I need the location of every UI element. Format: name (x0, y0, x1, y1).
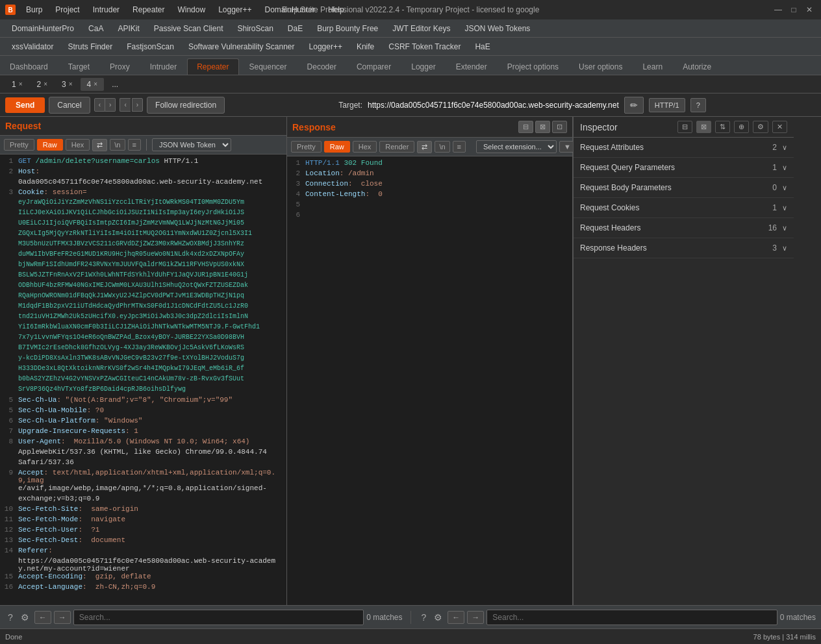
response-render-btn[interactable]: Render (379, 141, 414, 153)
inspector-row-response-headers[interactable]: Response Headers3∨ (574, 238, 794, 258)
inspector-view-btn-1[interactable]: ⊟ (677, 121, 692, 133)
response-view-btn-2[interactable]: ⊠ (535, 121, 550, 133)
rep-tab-close-3[interactable]: × (69, 80, 73, 88)
follow-redirect-button[interactable]: Follow redirection (147, 97, 225, 114)
bottom-settings-icon[interactable]: ⚙ (18, 611, 32, 624)
ext-btn-fastjsonscan[interactable]: FastjsonScan (120, 41, 181, 53)
ext-btn-xssvalidator[interactable]: xssValidator (5, 41, 60, 53)
response-format-btn[interactable]: ⇄ (417, 141, 432, 153)
nav-tab-logger[interactable]: Logger (401, 58, 445, 75)
http-version-button[interactable]: HTTP/1 (649, 98, 685, 112)
inspector-row-request-query-parameters[interactable]: Request Query Parameters1∨ (574, 158, 794, 178)
rep-tab-close-2[interactable]: × (44, 80, 47, 88)
ext-btn-jwt-editor-keys[interactable]: JWT Editor Keys (386, 23, 457, 34)
bottom-prev-btn[interactable]: ← (34, 611, 51, 624)
repeater-tab-1[interactable]: 1 × (5, 78, 29, 91)
bottom-help-icon[interactable]: ? (5, 611, 16, 624)
title-menu-logger++[interactable]: Logger++ (213, 4, 257, 16)
nav-tab-decoder[interactable]: Decoder (297, 58, 346, 75)
response-hex-btn[interactable]: Hex (353, 141, 377, 153)
minimize-button[interactable]: — (772, 3, 785, 16)
cancel-button[interactable]: Cancel (49, 97, 90, 114)
inspector-sort-btn[interactable]: ⇅ (715, 121, 730, 133)
response-newline-btn[interactable]: \n (435, 141, 449, 153)
request-body[interactable]: 1GET /admin/delete?username=carlos HTTP/… (0, 155, 286, 605)
bottom-prev-btn-right[interactable]: ← (448, 611, 464, 624)
title-menu-project[interactable]: Project (50, 4, 84, 16)
ext-btn-passive-scan-client[interactable]: Passive Scan Client (147, 23, 230, 34)
inspector-row-request-attributes[interactable]: Request Attributes2∨ (574, 138, 794, 158)
nav-tab-comparer[interactable]: Comparer (347, 58, 401, 75)
help-button[interactable]: ? (690, 98, 706, 112)
request-pretty-btn[interactable]: Pretty (4, 139, 34, 151)
ext-btn-json-web-tokens[interactable]: JSON Web Tokens (458, 23, 537, 34)
inspector-view-btn-2[interactable]: ⊠ (696, 121, 711, 133)
nav-tab-target[interactable]: Target (58, 58, 99, 75)
rep-tab-close-4[interactable]: × (94, 80, 97, 88)
inspector-row-request-body-parameters[interactable]: Request Body Parameters0∨ (574, 178, 794, 198)
inspector-settings-btn[interactable]: ⚙ (753, 121, 768, 133)
request-format-btn[interactable]: ⇄ (92, 139, 107, 151)
response-view-btn-3[interactable]: ⊡ (552, 121, 567, 133)
nav-next-button[interactable]: › (105, 98, 116, 112)
repeater-tab-4[interactable]: 4 × (81, 78, 105, 91)
repeater-tab-...[interactable]: ... (105, 78, 125, 91)
nav-tab-proxy[interactable]: Proxy (100, 58, 140, 75)
nav-tab-autorize[interactable]: Autorize (673, 58, 721, 75)
request-menu-btn[interactable]: ≡ (128, 139, 141, 151)
request-format-select[interactable]: JSON Web Token (152, 138, 231, 151)
maximize-button[interactable]: □ (787, 3, 800, 16)
response-format-select[interactable]: Select extension... (476, 140, 557, 153)
ext-btn-burp-bounty-free[interactable]: Burp Bounty Free (310, 23, 385, 34)
response-body[interactable]: 1HTTP/1.1 302 Found2Location: /admin3Con… (287, 156, 572, 605)
ext-btn-struts-finder[interactable]: Struts Finder (61, 41, 119, 53)
bottom-next-btn[interactable]: → (54, 611, 71, 624)
ext-btn-dae[interactable]: DaE (281, 23, 309, 34)
inspector-row-request-headers[interactable]: Request Headers16∨ (574, 218, 794, 238)
nav-tab-project-options[interactable]: Project options (498, 58, 568, 75)
send-button[interactable]: Send (5, 97, 45, 113)
nav-tab-dashboard[interactable]: Dashboard (0, 58, 58, 75)
request-newline-btn[interactable]: \n (110, 139, 125, 151)
close-button[interactable]: ✕ (803, 3, 816, 16)
nav-tab-learn[interactable]: Learn (633, 58, 672, 75)
nav-forward-prev-button[interactable]: ‹ (120, 98, 130, 112)
nav-prev-button[interactable]: ‹ (94, 98, 105, 112)
bottom-settings-icon-right[interactable]: ⚙ (431, 611, 445, 624)
ext-btn-apikit[interactable]: APIKit (111, 23, 145, 34)
ext-btn-shiroscan[interactable]: ShiroScan (231, 23, 279, 34)
repeater-tab-2[interactable]: 2 × (31, 78, 55, 91)
ext-btn-knife[interactable]: Knife (350, 41, 381, 53)
nav-tab-user-options[interactable]: User options (569, 58, 632, 75)
title-menu-burp[interactable]: Burp (21, 4, 47, 16)
response-split-view-btn[interactable]: ⊟ (518, 121, 533, 133)
title-menu-intruder[interactable]: Intruder (88, 4, 125, 16)
request-hex-btn[interactable]: Hex (66, 139, 90, 151)
response-pretty-btn[interactable]: Pretty (291, 141, 322, 153)
bottom-next-btn-right[interactable]: → (467, 611, 484, 624)
rep-tab-close-1[interactable]: × (19, 80, 23, 88)
nav-tab-repeater[interactable]: Repeater (187, 58, 238, 75)
response-menu-btn[interactable]: ≡ (453, 141, 466, 153)
ext-btn-hae[interactable]: HaE (468, 41, 496, 53)
nav-tab-sequencer[interactable]: Sequencer (240, 58, 297, 75)
inspector-close-btn[interactable]: ✕ (772, 121, 787, 133)
nav-forward-next-button[interactable]: › (132, 98, 143, 112)
ext-btn-csrf-token-tracker[interactable]: CSRF Token Tracker (382, 41, 467, 53)
repeater-tab-3[interactable]: 3 × (55, 78, 79, 91)
nav-tab-extender[interactable]: Extender (446, 58, 497, 75)
request-search-input[interactable] (73, 610, 364, 625)
ext-btn-logger++[interactable]: Logger++ (303, 41, 349, 53)
nav-tab-intruder[interactable]: Intruder (140, 58, 186, 75)
title-menu-window[interactable]: Window (172, 4, 210, 16)
title-menu-repeater[interactable]: Repeater (127, 4, 170, 16)
ext-btn-caa[interactable]: CaA (82, 23, 110, 34)
response-raw-btn[interactable]: Raw (324, 141, 350, 153)
edit-target-button[interactable]: ✏ (624, 97, 644, 114)
bottom-help-icon-right[interactable]: ? (419, 611, 429, 624)
ext-btn-software-vulnerability-scanner[interactable]: Software Vulnerability Scanner (182, 41, 301, 53)
ext-btn-domainhunterpro[interactable]: DomainHunterPro (5, 23, 81, 34)
request-raw-btn[interactable]: Raw (37, 139, 63, 151)
inspector-split-btn[interactable]: ⊕ (734, 121, 749, 133)
response-search-input[interactable] (486, 610, 777, 625)
